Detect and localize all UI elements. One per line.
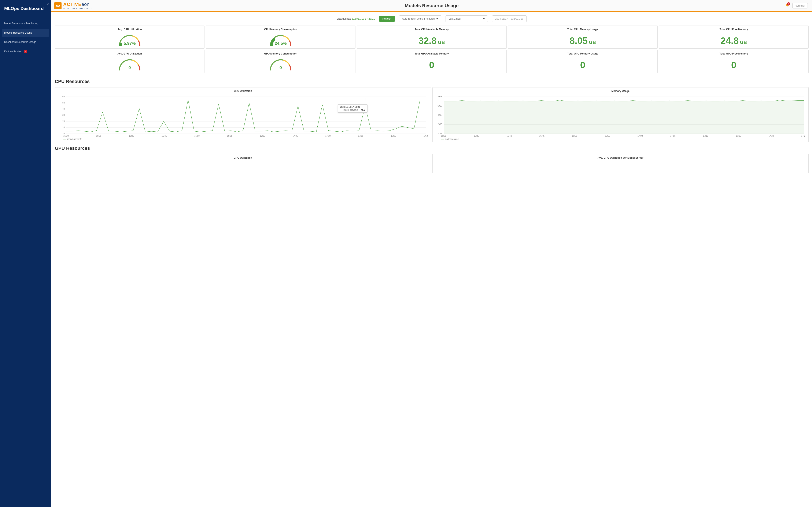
gauge-value: 0 [280, 65, 282, 70]
big-number-value: 0 [580, 60, 585, 70]
topbar: ACTIVEeon SCALE BEYOND LIMITS Models Res… [51, 0, 812, 12]
svg-text:16:40: 16:40 [506, 135, 512, 137]
date-range-input[interactable]: 2024/11/17 – 2024/11/18 [492, 15, 526, 22]
chevron-down-icon [483, 18, 485, 19]
big-number: 8.05GB [569, 33, 596, 46]
auto-refresh-value: Auto-refresh every 5 minutes [402, 17, 435, 20]
card-title: Total CPU Free Memory [720, 28, 748, 31]
brand-logo-icon [54, 2, 61, 9]
metric-card-8: Total GPU Memory Usage0 [508, 50, 658, 73]
big-number-value: 24.8 [721, 36, 739, 46]
big-number-value: 0 [429, 60, 434, 70]
user-menu-button[interactable]: caromel [792, 3, 808, 8]
svg-text:60: 60 [62, 96, 65, 98]
chart-legend: model-server-2 [436, 138, 806, 140]
svg-text:16:55: 16:55 [605, 135, 610, 137]
svg-text:0: 0 [63, 132, 65, 135]
svg-text:17:15: 17:15 [358, 135, 363, 137]
gauge: 0 [268, 57, 293, 70]
card-title: Total GPU Memory Usage [567, 52, 598, 55]
big-number: 32.8GB [418, 33, 445, 46]
brand: ACTIVEeon SCALE BEYOND LIMITS [54, 2, 93, 9]
page-title: Models Resource Usage [405, 3, 458, 8]
svg-text:16:50: 16:50 [572, 135, 577, 137]
chart-cpu-utilization: CPU Utilization 010203040506016:3016:351… [55, 87, 431, 142]
metric-card-3: Total CPU Memory Usage8.05GB [508, 25, 658, 49]
chart-gpu-per-server: Avg. GPU Utilization per Model Server [433, 154, 809, 173]
legend-swatch-icon [441, 139, 444, 139]
card-title: CPU Memory Consumption [264, 28, 297, 31]
svg-text:17:05: 17:05 [670, 135, 675, 137]
gauge: 5.97% [117, 33, 142, 46]
sidebar-nav: Model Servers and MonitoringModels Resou… [0, 19, 51, 56]
big-number: 0 [429, 57, 434, 70]
chevron-down-icon [437, 18, 438, 19]
svg-text:16:55: 16:55 [227, 135, 233, 137]
big-number-unit: GB [438, 40, 445, 45]
sidebar-item-3[interactable]: Drift Notification2 [2, 47, 49, 56]
gauge: 24.5% [268, 33, 293, 46]
card-title: Total GPU Available Memory [415, 52, 449, 55]
gauge-value: 0 [129, 65, 131, 70]
svg-text:4 GB: 4 GB [438, 114, 442, 116]
gauge-value: 5.97% [124, 41, 136, 46]
brand-tagline: SCALE BEYOND LIMITS [63, 7, 93, 9]
svg-text:17:05: 17:05 [293, 135, 298, 137]
chart-legend: model-server-2 [58, 138, 428, 140]
chart-title: Avg. GPU Utilization per Model Server [436, 156, 806, 159]
svg-text:16:45: 16:45 [539, 135, 545, 137]
last-update-label: Last update: [337, 17, 351, 20]
sidebar-item-label: Dashboard Resource Usage [4, 41, 36, 44]
big-number-unit: GB [740, 40, 747, 45]
time-range-select[interactable]: Last 1 hour [446, 15, 488, 22]
refresh-button[interactable]: Refresh [379, 16, 395, 22]
svg-text:16:35: 16:35 [96, 135, 101, 137]
metrics-cards: Avg. CPU Utilization5.97%CPU Memory Cons… [51, 25, 812, 75]
close-icon[interactable]: × [47, 2, 49, 7]
sidebar-item-0[interactable]: Model Servers and Monitoring [2, 19, 49, 27]
notification-badge: 2 [787, 2, 790, 5]
sidebar-item-2[interactable]: Dashboard Resource Usage [2, 38, 49, 46]
gauge-value: 24.5% [275, 41, 287, 46]
svg-text:17:10: 17:10 [325, 135, 331, 137]
auto-refresh-select[interactable]: Auto-refresh every 5 minutes [399, 15, 441, 22]
svg-text:0 kB: 0 kB [438, 132, 442, 135]
card-title: Avg. CPU Utilization [117, 28, 142, 31]
svg-text:16:50: 16:50 [194, 135, 200, 137]
svg-text:16:35: 16:35 [474, 135, 479, 137]
svg-text:8 GB: 8 GB [438, 96, 442, 98]
svg-text:16:40: 16:40 [129, 135, 134, 137]
legend-label: model-server-2 [67, 138, 82, 140]
svg-text:17:20: 17:20 [391, 135, 396, 137]
metric-card-4: Total CPU Free Memory24.8GB [659, 25, 809, 49]
metric-card-1: CPU Memory Consumption24.5% [206, 25, 355, 49]
svg-text:17:00: 17:00 [260, 135, 265, 137]
svg-text:50: 50 [62, 102, 65, 104]
svg-text:17:15: 17:15 [735, 135, 741, 137]
svg-text:17:10: 17:10 [703, 135, 708, 137]
last-update: Last update: 2024/11/18 17:28:21 [337, 17, 375, 20]
sidebar-item-label: Models Resource Usage [4, 31, 32, 34]
svg-text:10: 10 [62, 126, 65, 129]
notifications-button[interactable]: 2 [785, 3, 790, 8]
card-title: Total CPU Memory Usage [567, 28, 598, 31]
sidebar: × MLOps Dashboard Model Servers and Moni… [0, 0, 51, 507]
svg-text:20: 20 [62, 120, 65, 122]
section-gpu-title: GPU Resources [51, 142, 812, 154]
big-number-unit: GB [589, 40, 596, 45]
card-title: Total CPU Available Memory [415, 28, 449, 31]
gauge: 0 [117, 57, 142, 70]
svg-point-32 [364, 105, 366, 107]
metric-card-7: Total GPU Available Memory0 [357, 50, 506, 73]
svg-text:17:25: 17:25 [423, 135, 428, 137]
brand-name-eon: eon [82, 2, 90, 7]
svg-text:16:30: 16:30 [63, 135, 68, 137]
svg-text:17:20: 17:20 [768, 135, 774, 137]
metric-card-0: Avg. CPU Utilization5.97% [55, 25, 204, 49]
chart-title: GPU Utilization [58, 156, 428, 159]
time-range-value: Last 1 hour [449, 17, 461, 20]
big-number-value: 8.05 [569, 36, 588, 46]
big-number: 0 [580, 57, 585, 70]
sidebar-item-badge: 2 [24, 50, 27, 53]
sidebar-item-1[interactable]: Models Resource Usage [2, 29, 49, 37]
